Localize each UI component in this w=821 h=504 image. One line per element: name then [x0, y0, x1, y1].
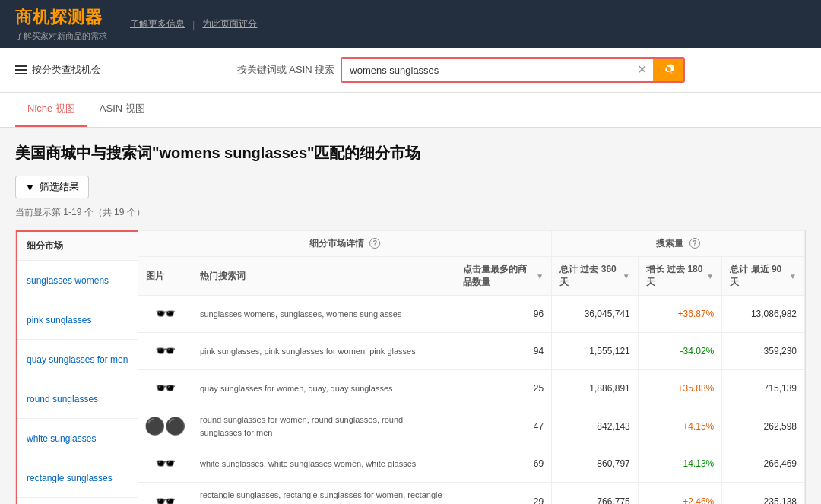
list-item[interactable]: white sunglasses [17, 419, 138, 458]
main-content: 美国商城中与搜索词"womens sunglasses"匹配的细分市场 ▼ 筛选… [0, 128, 821, 504]
table-row: 🕶️ quay sunglasses for women, quay, quay… [138, 370, 805, 407]
keywords-cell-2: quay sunglasses for women, quay, quay su… [192, 370, 455, 407]
image-cell-2: 🕶️ [138, 370, 192, 407]
col-header-image: 图片 [138, 257, 192, 296]
page-title: 美国商城中与搜索词"womens sunglasses"匹配的细分市场 [15, 143, 806, 163]
total-90-cell-5: 235,138 [722, 483, 805, 505]
topbar: 按分类查找机会 按关键词或 ASIN 搜索 ✕ [0, 48, 821, 93]
sort-icon-growth180: ▼ [706, 272, 714, 281]
total-360-cell-1: 1,555,121 [552, 333, 639, 370]
growth-180-cell-2: +35.83% [638, 370, 722, 407]
logo-area: 商机探测器 了解买家对新商品的需求 [15, 6, 107, 42]
header-links: 了解更多信息 | 为此页面评分 [130, 17, 257, 30]
tab-niche[interactable]: Niche 视图 [15, 93, 87, 127]
table-row: 🕶️ pink sunglasses, pink sunglasses for … [138, 333, 805, 370]
top-clicks-cell-2: 25 [455, 370, 551, 407]
total-360-cell-4: 860,797 [552, 445, 639, 483]
tab-asin[interactable]: ASIN 视图 [87, 93, 157, 127]
image-cell-1: 🕶️ [138, 333, 192, 370]
total-90-cell-0: 13,086,982 [722, 296, 805, 333]
keywords-cell-1: pink sunglasses, pink sunglasses for wom… [192, 333, 455, 370]
list-item[interactable]: quay sunglasses for men [17, 340, 138, 379]
col-header-growth-180[interactable]: 增长 过去 180 天 ▼ [638, 257, 722, 296]
top-clicks-cell-4: 69 [455, 445, 551, 483]
search-button[interactable] [653, 59, 683, 81]
search-wrapper: ✕ [341, 57, 685, 83]
col-header-keywords: 热门搜索词 [192, 257, 455, 296]
total-360-cell-2: 1,886,891 [552, 370, 639, 407]
growth-180-cell-3: +4.15% [638, 407, 722, 445]
keywords-cell-5: rectangle sunglasses, rectangle sunglass… [192, 483, 455, 505]
list-item[interactable]: sunglasses womens [17, 261, 138, 300]
table-row: 🕶️ white sunglasses, white sunglasses wo… [138, 445, 805, 483]
search-clear-button[interactable]: ✕ [631, 64, 653, 76]
list-item[interactable]: pink sunglasses [17, 300, 138, 340]
growth-180-cell-1: -34.02% [638, 333, 722, 370]
hamburger-icon [15, 65, 27, 74]
filter-icon: ▼ [25, 182, 35, 193]
logo-text: 商机探测器 [15, 6, 107, 29]
growth-180-cell-5: +2.46% [638, 483, 722, 505]
tab-bar: Niche 视图 ASIN 视图 [0, 93, 821, 128]
total-90-cell-4: 266,469 [722, 445, 805, 483]
growth-180-cell-0: +36.87% [638, 296, 722, 333]
col-header-total-360[interactable]: 总计 过去 360 天 ▼ [552, 257, 639, 296]
total-360-cell-0: 36,045,741 [552, 296, 639, 333]
table-row: ⚫⚫ round sunglasses for women, round sun… [138, 407, 805, 445]
group-header-search: 搜索量 ? [552, 231, 805, 257]
image-cell-4: 🕶️ [138, 445, 192, 483]
col-header-top-clicks[interactable]: 点击量最多的商品数量 ▼ [455, 257, 551, 296]
top-clicks-cell-3: 47 [455, 407, 551, 445]
table-row: 🕶️ rectangle sunglasses, rectangle sungl… [138, 483, 805, 505]
top-clicks-cell-1: 94 [455, 333, 551, 370]
category-label: 按分类查找机会 [32, 63, 101, 77]
image-cell-3: ⚫⚫ [138, 407, 192, 445]
total-360-cell-3: 842,143 [552, 407, 639, 445]
rate-page-link[interactable]: 为此页面评分 [202, 17, 257, 30]
sort-icon-clicks: ▼ [536, 272, 544, 281]
sort-icon-total90: ▼ [789, 272, 797, 281]
niche-data-table: 细分市场详情 ? 搜索量 ? 图片 热门搜索词 点击量最多 [138, 230, 805, 504]
logo-subtitle: 了解买家对新商品的需求 [15, 30, 107, 42]
search-label: 按关键词或 ASIN 搜索 [237, 63, 335, 77]
sort-icon-total360: ▼ [623, 272, 630, 281]
header-separator: | [192, 18, 195, 30]
keywords-cell-0: sunglasses womens, sunglasses, womens su… [192, 296, 455, 333]
col-header-total-90[interactable]: 总计 最近 90 天 ▼ [722, 257, 805, 296]
filter-button[interactable]: ▼ 筛选结果 [15, 176, 89, 198]
image-cell-5: 🕶️ [138, 483, 192, 505]
total-90-cell-1: 359,230 [722, 333, 805, 370]
category-menu-button[interactable]: 按分类查找机会 [15, 63, 101, 77]
learn-more-link[interactable]: 了解更多信息 [130, 17, 185, 30]
group-header-niche-detail: 细分市场详情 ? [138, 231, 552, 257]
list-item[interactable]: round sunglasses [17, 379, 138, 419]
table-row: 🕶️ sunglasses womens, sunglasses, womens… [138, 296, 805, 333]
search-icon [662, 64, 674, 76]
data-table-right: 细分市场详情 ? 搜索量 ? 图片 热门搜索词 点击量最多 [138, 230, 805, 504]
total-360-cell-5: 766,775 [552, 483, 639, 505]
filter-label: 筛选结果 [40, 180, 79, 194]
search-input[interactable] [342, 60, 631, 81]
keywords-cell-4: white sunglasses, white sunglasses women… [192, 445, 455, 483]
total-90-cell-2: 715,139 [722, 370, 805, 407]
total-90-cell-3: 262,598 [722, 407, 805, 445]
growth-180-cell-4: -14.13% [638, 445, 722, 483]
niche-column-header: 细分市场 [17, 232, 138, 261]
keywords-cell-3: round sunglasses for women, round sungla… [192, 407, 455, 445]
help-niche-icon[interactable]: ? [369, 238, 380, 249]
top-clicks-cell-5: 29 [455, 483, 551, 505]
app-header: 商机探测器 了解买家对新商品的需求 了解更多信息 | 为此页面评分 [0, 0, 821, 48]
list-item[interactable]: rectangle sunglasses [17, 458, 138, 498]
data-table-container: 细分市场 sunglasses womens pink sunglasses q… [15, 230, 806, 504]
result-count: 当前显示第 1-19 个（共 19 个） [15, 206, 806, 219]
list-item[interactable]: sunglasses set [17, 498, 138, 504]
top-clicks-cell-0: 96 [455, 296, 551, 333]
image-cell-0: 🕶️ [138, 296, 192, 333]
search-area: 按关键词或 ASIN 搜索 ✕ [116, 57, 806, 83]
niche-list-panel: 细分市场 sunglasses womens pink sunglasses q… [16, 230, 138, 504]
help-search-icon[interactable]: ? [689, 238, 700, 249]
